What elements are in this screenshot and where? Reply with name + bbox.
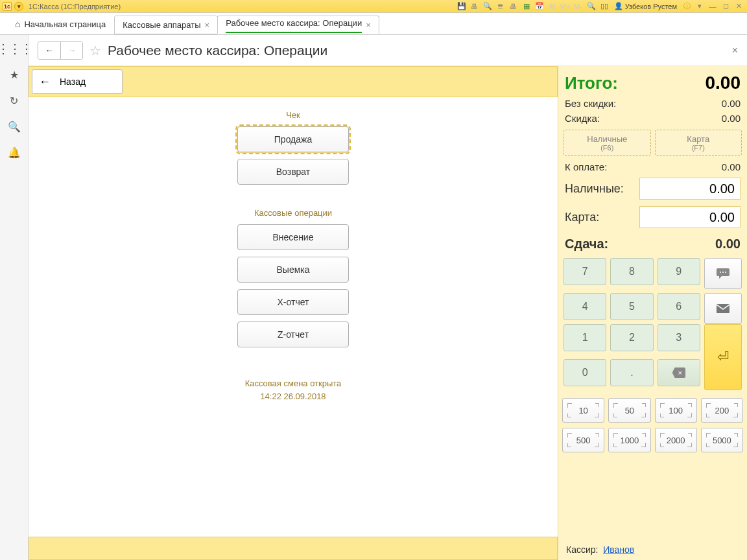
deposit-button[interactable]: Внесение xyxy=(237,224,349,250)
denom-200[interactable]: 200 xyxy=(701,398,743,423)
apps-icon[interactable]: ⋮⋮⋮ xyxy=(7,41,21,56)
m-icon[interactable]: M xyxy=(547,1,558,12)
key-backspace[interactable]: × xyxy=(658,359,700,386)
denom-1000[interactable]: 1000 xyxy=(608,428,650,452)
bottom-yellow-bar xyxy=(29,537,558,560)
discount-value: 0.00 xyxy=(722,113,741,124)
page-title: Рабочее место кассира: Операции xyxy=(108,43,327,58)
minimize-icon[interactable]: — xyxy=(707,1,718,12)
key-2[interactable]: 2 xyxy=(610,324,653,351)
svg-point-2 xyxy=(725,272,726,273)
zoom-icon[interactable]: 🔍 xyxy=(586,1,597,12)
nav-back-button[interactable]: ← xyxy=(38,42,60,59)
tab-home[interactable]: ⌂ Начальная страница xyxy=(6,13,114,34)
nav-buttons: ← → xyxy=(38,41,83,60)
group-cashops-label: Кассовые операции xyxy=(254,208,332,218)
favorite-star-icon[interactable]: ☆ xyxy=(89,43,101,58)
key-enter[interactable]: ⏎ xyxy=(704,324,742,390)
key-0[interactable]: 0 xyxy=(563,359,606,386)
to-pay-label: К оплате: xyxy=(565,161,607,172)
panels-icon[interactable]: ▯▯ xyxy=(599,1,610,12)
page-header: ← → ☆ Рабочее место кассира: Операции × xyxy=(29,35,747,66)
page-close-icon[interactable]: × xyxy=(732,45,738,56)
backspace-icon: × xyxy=(672,368,685,378)
return-button[interactable]: Возврат xyxy=(237,159,349,185)
key-9[interactable]: 9 xyxy=(658,258,700,285)
close-icon[interactable]: × xyxy=(205,20,210,30)
mplus-icon[interactable]: M+ xyxy=(560,1,571,12)
total-label: Итого: xyxy=(565,73,618,93)
shift-status: Кассовая смена открыта 14:22 26.09.2018 xyxy=(245,377,342,402)
cashier-link[interactable]: Иванов xyxy=(603,544,634,555)
key-4[interactable]: 4 xyxy=(563,293,606,320)
center-area: ← Назад Чек Продажа Возврат Кассовые опе… xyxy=(29,66,558,560)
to-pay-value: 0.00 xyxy=(722,161,741,172)
mminus-icon[interactable]: M- xyxy=(573,1,584,12)
cash-pay-sub: (F6) xyxy=(600,144,613,152)
withdraw-button[interactable]: Выемка xyxy=(237,257,349,283)
maximize-icon[interactable]: ◻ xyxy=(720,1,731,12)
shift-line2: 14:22 26.09.2018 xyxy=(245,390,342,403)
key-comment[interactable] xyxy=(704,258,742,289)
denom-500[interactable]: 500 xyxy=(562,428,604,452)
xreport-button[interactable]: X-отчет xyxy=(237,289,349,315)
zreport-button[interactable]: Z-отчет xyxy=(237,321,349,347)
close-window-icon[interactable]: ✕ xyxy=(733,1,744,12)
card-pay-button[interactable]: Карта (F7) xyxy=(655,130,742,156)
dropdown2-icon[interactable]: ▾ xyxy=(694,1,706,12)
key-5[interactable]: 5 xyxy=(610,293,653,320)
left-rail: ⋮⋮⋮ ★ ↻ 🔍 🔔 xyxy=(0,35,29,560)
key-7[interactable]: 7 xyxy=(563,258,606,285)
close-icon[interactable]: × xyxy=(366,20,371,30)
denom-5000[interactable]: 5000 xyxy=(701,428,743,452)
key-dot[interactable]: . xyxy=(610,359,653,386)
back-button[interactable]: ← Назад xyxy=(32,69,123,94)
cash-input[interactable] xyxy=(639,178,741,200)
nav-forward-button[interactable]: → xyxy=(60,42,82,59)
preview-icon[interactable]: 🔍 xyxy=(482,1,493,12)
search-icon[interactable]: 🔍 xyxy=(7,119,21,134)
svg-rect-3 xyxy=(717,304,729,313)
no-discount-value: 0.00 xyxy=(722,98,741,109)
tabbar: ⌂ Начальная страница Кассовые аппараты ×… xyxy=(0,13,747,35)
tab-home-label: Начальная страница xyxy=(24,19,106,29)
card-input[interactable] xyxy=(639,206,741,228)
calc-icon[interactable]: ▦ xyxy=(521,1,532,12)
user-label[interactable]: 👤 Узбеков Рустем xyxy=(614,2,677,10)
cash-pay-button[interactable]: Наличные (F6) xyxy=(563,130,651,156)
dropdown-icon[interactable]: ▾ xyxy=(14,2,23,11)
app-logo-icon: 1c xyxy=(3,2,12,11)
cash-input-label: Наличные: xyxy=(565,182,624,196)
save-icon[interactable]: 💾 xyxy=(456,1,468,12)
speech-icon xyxy=(717,268,729,279)
print-icon[interactable]: 🖶 xyxy=(469,1,480,12)
info-icon[interactable]: ⓘ xyxy=(681,1,693,12)
card-pay-sub: (F7) xyxy=(692,144,705,152)
discount-label: Скидка: xyxy=(565,113,600,124)
user-icon: 👤 xyxy=(614,2,623,10)
denom-100[interactable]: 100 xyxy=(655,398,697,423)
denom-10[interactable]: 10 xyxy=(562,398,604,423)
home-icon: ⌂ xyxy=(15,19,20,29)
sale-button[interactable]: Продажа xyxy=(237,126,349,152)
mail-icon xyxy=(717,304,729,313)
calendar-icon[interactable]: 📅 xyxy=(534,1,545,12)
notifications-icon[interactable]: 🔔 xyxy=(7,145,21,159)
app-title: 1С:Касса (1С:Предприятие) xyxy=(29,3,121,10)
history-icon[interactable]: ↻ xyxy=(7,93,21,108)
key-6[interactable]: 6 xyxy=(658,293,700,320)
card-input-label: Карта: xyxy=(565,211,599,224)
titlebar: 1c ▾ 1С:Касса (1С:Предприятие) 💾 🖶 🔍 ≣ 🖶… xyxy=(0,0,747,13)
favorites-icon[interactable]: ★ xyxy=(7,67,21,82)
compare-icon[interactable]: ≣ xyxy=(495,1,506,12)
print2-icon[interactable]: 🖶 xyxy=(508,1,519,12)
shift-line1: Кассовая смена открыта xyxy=(245,377,342,390)
key-8[interactable]: 8 xyxy=(610,258,653,285)
key-mail[interactable] xyxy=(704,293,742,324)
key-3[interactable]: 3 xyxy=(658,324,700,351)
tab-kassovye-apparaty[interactable]: Кассовые аппараты × xyxy=(114,16,218,34)
denom-50[interactable]: 50 xyxy=(608,398,650,423)
tab-rabochee-mesto[interactable]: Рабочее место кассира: Операции × xyxy=(217,16,379,34)
key-1[interactable]: 1 xyxy=(563,324,606,351)
denom-2000[interactable]: 2000 xyxy=(655,428,697,452)
